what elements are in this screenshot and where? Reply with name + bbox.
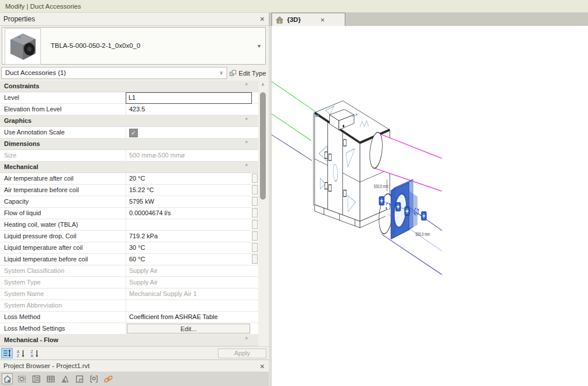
property-value-cell[interactable]: 0.00004674 l/s: [126, 208, 252, 219]
svg-text:A: A: [17, 349, 20, 353]
modify-context-label: Modify | Duct Accessories: [5, 3, 81, 10]
sort-descending-icon: Z A: [31, 349, 39, 358]
type-selector[interactable]: TBLA-5-000-050-2-1_0x0x0_0 ▾: [2, 27, 266, 65]
drawing-area-3d-view[interactable]: 500.0 mm 500.0 mm: [272, 26, 588, 386]
property-value-cell[interactable]: 30 °C: [126, 242, 252, 253]
browser-legends-button[interactable]: [16, 373, 27, 384]
property-label: Level: [4, 92, 19, 103]
property-row: System NameMechanical Supply Air 1: [0, 288, 258, 300]
type-name: TBLA-5-000-050-2-1_0x0x0_0: [51, 28, 140, 64]
property-label: Mechanical: [4, 162, 38, 173]
property-label: Constraints: [4, 81, 39, 92]
property-value-input[interactable]: L1: [126, 92, 252, 104]
edit-type-button[interactable]: Edit Type: [229, 67, 266, 79]
section-collapse-icon[interactable]: ∧: [245, 82, 248, 87]
sort-ascending-button[interactable]: A Z: [15, 348, 27, 358]
blue-centerline-left: [272, 134, 312, 160]
element-filter-combo[interactable]: Duct Accessories (1) ∨: [1, 67, 227, 79]
property-label: Capacity: [4, 196, 29, 207]
property-label: Loss Method: [4, 312, 40, 323]
sort-ascending-icon: A Z: [17, 349, 25, 358]
property-value-cell[interactable]: 20 °C: [126, 173, 252, 184]
property-label: Elevation from Level: [4, 104, 62, 115]
view-tab-3d[interactable]: {3D} ×: [272, 13, 345, 26]
property-value-cell[interactable]: 5795 kW: [126, 196, 252, 207]
section-collapse-icon[interactable]: ∧: [245, 336, 248, 340]
property-value-cell[interactable]: Mechanical Supply Air 1: [126, 288, 252, 299]
property-label: Air temperature after coil: [4, 173, 73, 184]
property-label: Loss Method Settings: [4, 323, 65, 334]
browser-families-button[interactable]: [59, 373, 70, 384]
fan-unit-thumbnail-image: [5, 29, 39, 63]
dimension-label-2: 500.0 mm: [416, 231, 430, 237]
section-collapse-icon[interactable]: ∧: [245, 163, 248, 167]
scrollbar-thumb[interactable]: [260, 92, 266, 200]
legend-icon: [17, 374, 27, 384]
property-grid: Constraints∧LevelL1Elevation from Level4…: [0, 81, 258, 346]
apply-button[interactable]: Apply: [218, 348, 266, 358]
property-value-cell[interactable]: [126, 219, 252, 230]
type-dropdown-icon[interactable]: ▾: [258, 28, 261, 64]
property-value-cell[interactable]: Supply Air: [126, 277, 252, 288]
section-header[interactable]: Mechanical - Flow∧: [0, 335, 258, 346]
close-icon[interactable]: ×: [321, 16, 325, 24]
home-view-icon: [276, 16, 284, 24]
associate-parameter-button[interactable]: [252, 197, 258, 206]
edit-settings-button[interactable]: Edit...: [127, 324, 250, 333]
properties-title: Properties: [3, 15, 35, 23]
section-collapse-icon[interactable]: ∧: [245, 140, 248, 144]
sort-by-group-button[interactable]: [1, 348, 13, 358]
property-row: Use Annotation Scale✓: [0, 127, 258, 138]
close-icon[interactable]: ×: [260, 13, 265, 25]
scroll-up-icon[interactable]: ∧: [258, 82, 267, 87]
property-row: Liquid temperature before coil60 °C: [0, 254, 258, 265]
checkbox-checked[interactable]: ✓: [129, 129, 138, 137]
sort-descending-button[interactable]: Z A: [29, 348, 40, 358]
property-value-cell[interactable]: 719.2 kPa: [126, 231, 252, 242]
section-header[interactable]: Mechanical∧: [0, 162, 258, 173]
associate-parameter-button[interactable]: [252, 208, 258, 218]
property-row: Air temperature after coil20 °C: [0, 173, 258, 185]
close-icon[interactable]: ×: [260, 360, 265, 373]
property-value-cell[interactable]: 423.5: [126, 104, 252, 115]
section-header[interactable]: Dimensions∧: [0, 138, 258, 150]
property-row: System ClassificationSupply Air: [0, 265, 258, 277]
family-icon: [61, 374, 70, 384]
property-label: Air temperature before coil: [4, 185, 79, 196]
property-label: Liquid temperature before coil: [4, 254, 88, 265]
property-value-cell[interactable]: Coefficient from ASHRAE Table: [126, 312, 252, 323]
associate-parameter-button[interactable]: [252, 231, 258, 241]
property-value-cell[interactable]: 60 °C: [126, 254, 252, 265]
property-label: System Abbreviation: [4, 300, 62, 311]
property-row: Liquid pressure drop, Coil719.2 kPa: [0, 231, 258, 242]
project-browser-header[interactable]: Project Browser - Project1.rvt ×: [0, 359, 269, 372]
section-header[interactable]: Constraints∧: [0, 81, 258, 92]
browser-views-button[interactable]: [2, 373, 13, 384]
browser-groups-button[interactable]: [74, 373, 85, 384]
associate-parameter-button[interactable]: [252, 174, 258, 183]
project-browser-toolbar: [0, 372, 269, 386]
property-value-cell[interactable]: 15.22 °C: [126, 185, 252, 196]
property-value-cell[interactable]: [126, 300, 252, 311]
section-header[interactable]: Graphics∧: [0, 115, 258, 127]
associate-parameter-button[interactable]: [252, 254, 258, 264]
property-value-cell[interactable]: 500 mmø-500 mmø: [126, 150, 252, 161]
property-label: Graphics: [4, 115, 32, 126]
property-value-cell[interactable]: ✓: [126, 127, 252, 138]
properties-header[interactable]: Properties ×: [0, 13, 269, 26]
browser-schedules-button[interactable]: [31, 373, 42, 384]
house-icon: [3, 374, 12, 384]
browser-sheets-button[interactable]: [45, 373, 56, 384]
associate-parameter-button[interactable]: [252, 243, 258, 252]
property-value-cell[interactable]: Supply Air: [126, 265, 252, 276]
edit-type-label: Edit Type: [239, 70, 266, 77]
browser-group-alt-button[interactable]: [88, 373, 99, 384]
property-row: Air temperature before coil15.22 °C: [0, 185, 258, 196]
svg-text:A: A: [31, 354, 33, 358]
associate-parameter-button[interactable]: [252, 220, 258, 229]
section-collapse-icon[interactable]: ∧: [245, 117, 248, 121]
chevron-down-icon[interactable]: ∨: [219, 68, 223, 78]
properties-scrollbar[interactable]: ∧ ∨: [258, 81, 267, 359]
browser-links-button[interactable]: [103, 373, 114, 384]
associate-parameter-button[interactable]: [252, 185, 258, 194]
